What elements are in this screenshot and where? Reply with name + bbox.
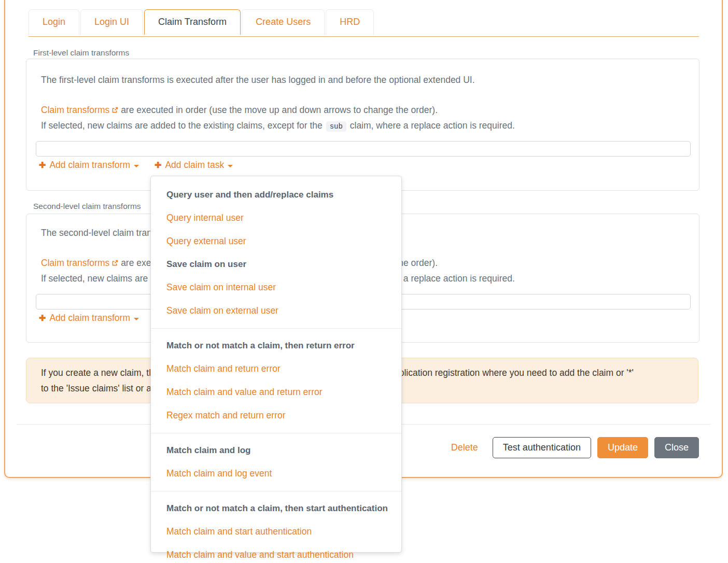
plus-icon: ✚ (155, 161, 161, 170)
menu-item-save-claim-internal-user[interactable]: Save claim on internal user (151, 276, 401, 299)
first-level-label: First-level claim transforms (33, 48, 129, 58)
menu-item-match-claim-start-authentication[interactable]: Match claim and start authentication (151, 520, 401, 543)
external-link-icon (111, 258, 118, 269)
first-level-selected-line: If selected, new claims are added to the… (41, 120, 515, 131)
test-authentication-button[interactable]: Test authentication (493, 437, 591, 458)
menu-divider (151, 491, 401, 491)
menu-divider (151, 328, 401, 329)
menu-item-match-claim-value-start-authentication[interactable]: Match claim and value and start authenti… (151, 543, 401, 563)
add-claim-task-label: Add claim task (165, 160, 224, 171)
chevron-down-icon (228, 165, 233, 167)
claim-transforms-link[interactable]: Claim transforms (41, 105, 109, 115)
external-link-icon (111, 105, 118, 116)
add-claim-transform-label: Add claim transform (49, 160, 130, 171)
tab-login-ui[interactable]: Login UI (80, 9, 143, 35)
claim-transforms-link[interactable]: Claim transforms (41, 258, 109, 268)
delete-button[interactable]: Delete (451, 442, 478, 453)
footer-actions: Delete Test authentication Update Close (451, 437, 699, 458)
tab-create-users[interactable]: Create Users (242, 9, 325, 35)
menu-item-match-claim-log-event[interactable]: Match claim and log event (151, 462, 401, 485)
close-button[interactable]: Close (654, 437, 699, 458)
menu-item-match-claim-return-error[interactable]: Match claim and return error (151, 357, 401, 381)
add-claim-transform-button[interactable]: ✚ Add claim transform (39, 160, 139, 171)
tab-hrd[interactable]: HRD (326, 9, 374, 35)
chevron-down-icon (134, 318, 139, 320)
dropdown-header: Match or not match a claim, then return … (151, 334, 401, 357)
dropdown-header: Save claim on user (151, 253, 401, 276)
first-level-order-line: Claim transforms are executed in order (… (41, 105, 438, 116)
add-claim-task-dropdown-menu: Query user and then add/replace claims Q… (150, 176, 402, 553)
menu-item-query-external-user[interactable]: Query external user (151, 230, 401, 253)
selected-text-before: If selected, new claims are added to the… (41, 120, 323, 131)
first-level-claim-transforms-input[interactable] (36, 141, 691, 157)
add-claim-transform-label: Add claim transform (49, 313, 130, 323)
chevron-down-icon (134, 165, 139, 167)
selected-text-after: claim, where a replace action is require… (350, 120, 515, 131)
first-level-box: The first-level claim transforms is exec… (26, 59, 699, 191)
tab-bar: Login Login UI Claim Transform Create Us… (29, 9, 375, 35)
menu-item-match-claim-value-return-error[interactable]: Match claim and value and return error (151, 381, 401, 404)
menu-divider (151, 433, 401, 433)
second-level-label: Second-level claim transforms (33, 202, 141, 211)
tab-login[interactable]: Login (29, 9, 79, 35)
dropdown-header: Match claim and log (151, 439, 401, 462)
menu-item-regex-match-return-error[interactable]: Regex match and return error (151, 404, 401, 427)
update-button[interactable]: Update (597, 437, 648, 458)
plus-icon: ✚ (39, 161, 46, 170)
menu-item-query-internal-user[interactable]: Query internal user (151, 206, 401, 230)
sub-claim-chip: sub (326, 121, 346, 132)
tabs-underline (29, 36, 699, 37)
first-level-intro: The first-level claim transforms is exec… (41, 75, 475, 86)
plus-icon: ✚ (39, 314, 46, 322)
dropdown-header: Query user and then add/replace claims (151, 184, 401, 206)
menu-item-save-claim-external-user[interactable]: Save claim on external user (151, 299, 401, 322)
add-claim-transform-button[interactable]: ✚ Add claim transform (39, 313, 139, 323)
order-text: are executed in order (use the move up a… (121, 105, 438, 115)
add-claim-task-button[interactable]: ✚ Add claim task (155, 160, 233, 171)
tab-claim-transform[interactable]: Claim Transform (144, 9, 241, 35)
dropdown-header: Match or not match a claim, then start a… (151, 497, 401, 520)
